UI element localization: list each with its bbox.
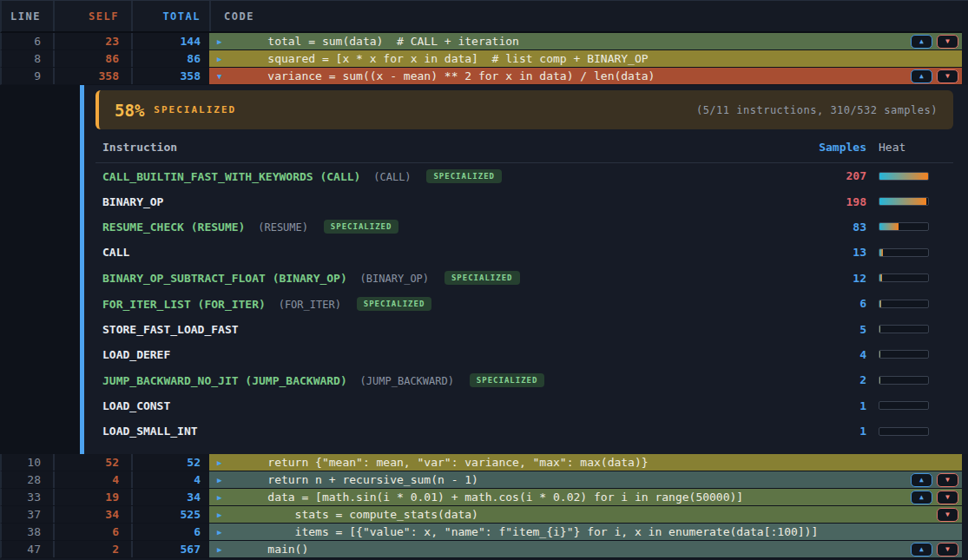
instruction-heat bbox=[866, 401, 953, 410]
jump-down-button[interactable]: ▼ bbox=[937, 69, 958, 83]
code-line-row[interactable]: 38 6 6 ▶ items = [{"value": x, "name": f… bbox=[0, 524, 962, 541]
expander-icon[interactable]: ▶ bbox=[217, 545, 240, 554]
instruction-row: STORE_FAST_LOAD_FAST 5 bbox=[95, 316, 953, 341]
heat-bar-track bbox=[879, 197, 929, 206]
total-sample-count: 86 bbox=[131, 50, 209, 67]
heat-bar-track bbox=[879, 273, 929, 282]
self-sample-count: 34 bbox=[53, 506, 131, 523]
row-nav-buttons: ▲ ▼ bbox=[911, 543, 958, 557]
self-sample-count: 2 bbox=[53, 541, 131, 557]
code-cell: ▶ total = sum(data) # CALL + iteration ▲… bbox=[209, 33, 962, 49]
code-text: variance = sum((x - mean) ** 2 for x in … bbox=[240, 69, 655, 82]
table-header: LINE SELF TOTAL CODE bbox=[0, 1, 962, 33]
heat-bar-fill bbox=[879, 351, 880, 358]
heat-bar-track bbox=[879, 222, 929, 231]
self-sample-count: 358 bbox=[53, 68, 131, 84]
instruction-heat bbox=[866, 427, 953, 436]
expander-icon[interactable]: ▶ bbox=[217, 55, 240, 63]
code-rows-below: 10 52 52 ▶ return {"mean": mean, "var": … bbox=[0, 454, 968, 558]
code-line-row[interactable]: 37 34 525 ▶ stats = compute_stats(data) … bbox=[0, 506, 962, 524]
instruction-heat bbox=[866, 350, 953, 359]
profiler-view: LINE SELF TOTAL CODE 6 23 144 ▶ total = … bbox=[0, 0, 968, 560]
instruction-name: LOAD_CONST bbox=[102, 399, 806, 412]
instruction-name: STORE_FAST_LOAD_FAST bbox=[102, 323, 806, 336]
instruction-opname: LOAD_SMALL_INT bbox=[102, 425, 198, 438]
instruction-heat bbox=[866, 248, 953, 257]
heat-bar-fill bbox=[879, 223, 899, 230]
instruction-base-opname: (RESUME) bbox=[258, 221, 308, 234]
instruction-samples: 12 bbox=[806, 272, 866, 285]
instruction-heat bbox=[866, 222, 953, 231]
specialized-badge: SPECIALIZED bbox=[357, 297, 432, 311]
instruction-opname: RESUME_CHECK (RESUME) bbox=[102, 221, 245, 234]
instruction-samples: 13 bbox=[806, 246, 866, 259]
jump-up-button[interactable]: ▲ bbox=[911, 543, 932, 557]
expander-icon[interactable]: ▶ bbox=[217, 458, 240, 467]
instruction-name: LOAD_DEREF bbox=[102, 348, 806, 361]
code-text: total = sum(data) # CALL + iteration bbox=[240, 35, 519, 48]
code-line-row[interactable]: 33 19 34 ▶ data = [math.sin(i * 0.01) + … bbox=[0, 489, 962, 506]
code-text: data = [math.sin(i * 0.01) + math.cos(i … bbox=[240, 491, 743, 504]
code-line-row[interactable]: 28 4 4 ▶ return n + recursive_sum(n - 1)… bbox=[0, 471, 962, 489]
column-header-line[interactable]: LINE bbox=[2, 1, 53, 31]
code-line-row[interactable]: 47 2 567 ▶ main() ▲ ▼ bbox=[0, 541, 962, 558]
specialized-badge: SPECIALIZED bbox=[444, 271, 520, 285]
total-sample-count: 567 bbox=[131, 541, 209, 557]
code-text: return n + recursive_sum(n - 1) bbox=[240, 473, 478, 486]
instruction-samples: 6 bbox=[806, 297, 866, 310]
code-line-row[interactable]: 9 358 358 ▼ variance = sum((x - mean) **… bbox=[0, 68, 962, 85]
instruction-row: JUMP_BACKWARD_NO_JIT (JUMP_BACKWARD) (JU… bbox=[95, 367, 953, 392]
heat-bar-fill bbox=[879, 326, 880, 333]
total-sample-count: 52 bbox=[131, 454, 209, 471]
instruction-row: FOR_ITER_LIST (FOR_ITER) (FOR_ITER) SPEC… bbox=[95, 291, 953, 316]
total-sample-count: 525 bbox=[131, 506, 209, 523]
instruction-samples: 4 bbox=[806, 348, 866, 361]
code-line-row[interactable]: 8 86 86 ▶ squared = [x * x for x in data… bbox=[0, 50, 962, 68]
jump-up-button[interactable]: ▲ bbox=[911, 69, 932, 83]
expander-icon[interactable]: ▼ bbox=[217, 72, 240, 81]
code-cell: ▶ data = [math.sin(i * 0.01) + math.cos(… bbox=[209, 489, 962, 505]
instruction-name: BINARY_OP_SUBTRACT_FLOAT (BINARY_OP) (BI… bbox=[102, 271, 806, 285]
heat-bar-track bbox=[879, 325, 929, 333]
jump-up-button[interactable]: ▲ bbox=[911, 473, 932, 487]
column-header-heat: Heat bbox=[866, 141, 953, 154]
expander-icon[interactable]: ▶ bbox=[217, 37, 240, 46]
heat-bar-track bbox=[879, 350, 929, 359]
jump-down-button[interactable]: ▼ bbox=[937, 543, 958, 557]
instruction-samples: 2 bbox=[806, 373, 866, 386]
instruction-row: LOAD_SMALL_INT 1 bbox=[95, 418, 953, 444]
self-sample-count: 86 bbox=[53, 50, 131, 67]
code-line-row[interactable]: 10 52 52 ▶ return {"mean": mean, "var": … bbox=[0, 454, 962, 471]
instruction-heat bbox=[866, 273, 953, 282]
heat-bar-fill bbox=[879, 300, 881, 307]
expander-icon[interactable]: ▶ bbox=[217, 476, 240, 484]
jump-down-button[interactable]: ▼ bbox=[937, 473, 958, 487]
instruction-base-opname: (FOR_ITER) bbox=[279, 299, 341, 311]
instruction-opname: LOAD_DEREF bbox=[102, 348, 170, 361]
jump-up-button[interactable]: ▲ bbox=[911, 491, 932, 504]
instruction-heat bbox=[866, 325, 953, 333]
jump-down-button[interactable]: ▼ bbox=[937, 508, 958, 522]
expander-icon[interactable]: ▶ bbox=[217, 511, 240, 519]
instruction-heat bbox=[866, 376, 953, 385]
column-header-samples: Samples bbox=[806, 141, 866, 154]
column-header-code[interactable]: CODE bbox=[209, 1, 962, 31]
code-cell: ▶ items = [{"value": x, "name": f"item_{… bbox=[209, 524, 962, 540]
heat-bar-fill bbox=[879, 198, 926, 205]
column-header-self[interactable]: SELF bbox=[53, 1, 131, 31]
expander-icon[interactable]: ▶ bbox=[217, 528, 240, 537]
heat-bar-track bbox=[879, 172, 929, 181]
code-line-row[interactable]: 6 23 144 ▶ total = sum(data) # CALL + it… bbox=[0, 33, 962, 50]
code-text: stats = compute_stats(data) bbox=[240, 508, 478, 521]
jump-up-button[interactable]: ▲ bbox=[911, 35, 932, 49]
instruction-opname: STORE_FAST_LOAD_FAST bbox=[102, 323, 239, 336]
total-sample-count: 144 bbox=[131, 33, 209, 49]
expander-icon[interactable]: ▶ bbox=[217, 493, 240, 502]
jump-down-button[interactable]: ▼ bbox=[937, 35, 958, 49]
column-header-total[interactable]: TOTAL bbox=[131, 1, 209, 31]
instruction-name: LOAD_SMALL_INT bbox=[102, 425, 806, 438]
expanded-line-detail-panel: 58% SPECIALIZED (5/11 instructions, 310/… bbox=[0, 85, 968, 454]
instruction-name: RESUME_CHECK (RESUME) (RESUME) SPECIALIZ… bbox=[102, 220, 806, 234]
jump-down-button[interactable]: ▼ bbox=[937, 491, 958, 504]
specialized-label: SPECIALIZED bbox=[154, 104, 236, 115]
